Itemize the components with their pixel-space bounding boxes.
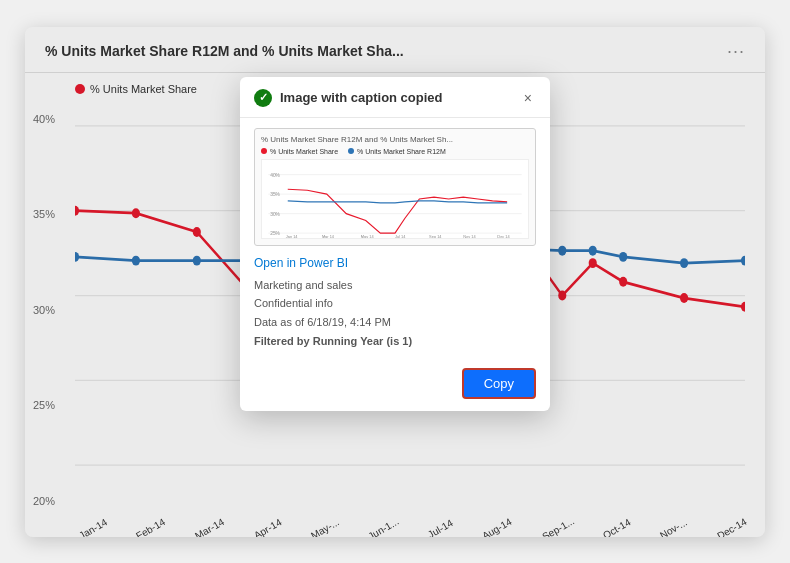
preview-title: % Units Market Share R12M and % Units Ma… (261, 135, 529, 144)
preview-legend-label-red: % Units Market Share (270, 148, 338, 155)
svg-text:Nov 14: Nov 14 (463, 234, 476, 238)
preview-legend: % Units Market Share % Units Market Shar… (261, 148, 529, 155)
filtered-by-prefix: Filtered by (254, 335, 313, 347)
svg-text:40%: 40% (270, 172, 280, 177)
svg-text:25%: 25% (270, 231, 280, 236)
preview-legend-red: % Units Market Share (261, 148, 338, 155)
success-check-icon (254, 89, 272, 107)
modal-metadata: Marketing and sales Confidential info Da… (254, 276, 536, 351)
modal-title: Image with caption copied (280, 90, 443, 105)
mini-chart: 40% 35% 30% 25% Jan 14 Mar 14 May 14 (261, 159, 529, 239)
svg-text:35%: 35% (270, 192, 280, 197)
modal-header: Image with caption copied × (240, 77, 550, 118)
copy-modal: Image with caption copied × % Units Mark… (240, 77, 550, 412)
modal-title-row: Image with caption copied (254, 89, 443, 107)
meta-line3: Data as of 6/18/19, 4:14 PM (254, 313, 536, 332)
svg-text:May 14: May 14 (361, 234, 375, 238)
svg-text:Sep 14: Sep 14 (429, 234, 442, 238)
chart-preview: % Units Market Share R12M and % Units Ma… (254, 128, 536, 246)
svg-text:Dec 14: Dec 14 (497, 234, 510, 238)
preview-dot-blue (348, 148, 354, 154)
preview-legend-label-blue: % Units Market Share R12M (357, 148, 446, 155)
meta-line2: Confidential info (254, 294, 536, 313)
svg-text:Mar 14: Mar 14 (322, 234, 335, 238)
svg-text:Jan 14: Jan 14 (286, 234, 299, 238)
filtered-by-suffix: (is 1) (383, 335, 412, 347)
svg-text:30%: 30% (270, 211, 280, 216)
copy-button[interactable]: Copy (462, 368, 536, 399)
open-in-powerbi-link[interactable]: Open in Power BI (254, 256, 536, 270)
preview-legend-blue: % Units Market Share R12M (348, 148, 446, 155)
modal-body: % Units Market Share R12M and % Units Ma… (240, 118, 550, 361)
svg-text:Jul 14: Jul 14 (395, 234, 406, 238)
modal-close-button[interactable]: × (520, 89, 536, 107)
meta-line4: Filtered by Running Year (is 1) (254, 332, 536, 351)
main-window: % Units Market Share R12M and % Units Ma… (25, 27, 765, 537)
mini-chart-svg: 40% 35% 30% 25% Jan 14 Mar 14 May 14 (262, 160, 528, 238)
modal-overlay: Image with caption copied × % Units Mark… (25, 27, 765, 537)
meta-line1: Marketing and sales (254, 276, 536, 295)
modal-footer: Copy (240, 360, 550, 411)
filtered-by-value: Running Year (313, 335, 384, 347)
preview-dot-red (261, 148, 267, 154)
